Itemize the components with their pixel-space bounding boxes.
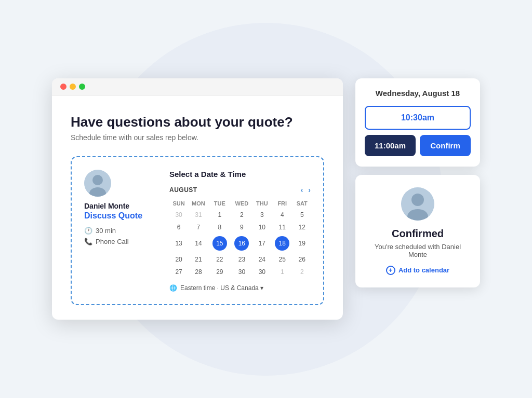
calendar-week-3: 13 14 15 16 17 18 19 [169, 234, 311, 253]
page-subtitle: Schedule time with our sales rep below. [71, 133, 324, 142]
call-type-label: Phone Call [96, 238, 129, 245]
dow-thu: THU [253, 198, 271, 209]
day-25[interactable]: 25 [271, 253, 294, 266]
timezone-row[interactable]: 🌐 Eastern time · US & Canada ▾ [169, 284, 311, 292]
browser-content: Have questions about your quote? Schedul… [52, 95, 343, 320]
day-2-next[interactable]: 2 [294, 266, 311, 278]
add-calendar-button[interactable]: + Add to calendar [365, 266, 471, 275]
main-layout: Have questions about your quote? Schedul… [52, 78, 480, 320]
minimize-dot[interactable] [70, 84, 76, 90]
call-type-item: 📞 Phone Call [84, 238, 157, 245]
calendar-week-2: 6 7 8 9 10 11 12 [169, 221, 311, 234]
day-15-highlight[interactable]: 15 [212, 236, 227, 251]
confirmed-subtitle: You're scheduled with Daniel Monte [365, 243, 471, 258]
scheduling-card: Daniel Monte Discuss Quote 🕐 30 min 📞 Ph… [71, 156, 324, 305]
nav-arrows: ‹ › [301, 186, 311, 194]
dow-fri: FRI [271, 198, 294, 209]
rep-meeting-type: Discuss Quote [84, 211, 157, 221]
calendar-week-5: 27 28 29 30 30 1 2 [169, 266, 311, 278]
dow-sat: SAT [294, 198, 311, 209]
time-buttons: 11:00am Confirm [365, 135, 471, 156]
day-12[interactable]: 12 [294, 221, 311, 234]
browser-window: Have questions about your quote? Schedul… [52, 78, 343, 320]
day-6[interactable]: 6 [169, 221, 188, 234]
day-18-highlight[interactable]: 18 [275, 236, 289, 251]
day-27[interactable]: 27 [169, 266, 188, 278]
day-30c[interactable]: 30 [253, 266, 271, 278]
time-picker-card: Wednesday, August 18 10:30am 11:00am Con… [355, 78, 480, 167]
confirmed-avatar [401, 187, 434, 221]
plus-circle-icon: + [386, 266, 395, 275]
day-9[interactable]: 9 [231, 221, 253, 234]
day-16-highlight[interactable]: 16 [234, 236, 249, 251]
rep-avatar [84, 170, 111, 197]
day-29[interactable]: 29 [209, 266, 231, 278]
day-31-prev[interactable]: 31 [188, 209, 208, 221]
dow-mon: MON [188, 198, 208, 209]
confirm-button[interactable]: Confirm [420, 135, 471, 156]
day-13[interactable]: 13 [169, 234, 188, 253]
day-19[interactable]: 19 [294, 234, 311, 253]
rep-info: Daniel Monte Discuss Quote 🕐 30 min 📞 Ph… [84, 170, 157, 292]
svg-point-1 [92, 175, 103, 185]
day-20[interactable]: 20 [169, 253, 188, 266]
date-heading: Wednesday, August 18 [365, 89, 471, 98]
add-calendar-label: Add to calendar [398, 266, 449, 274]
dow-wed: WED [231, 198, 253, 209]
day-17[interactable]: 17 [253, 234, 271, 253]
time-1100-button[interactable]: 11:00am [365, 135, 416, 156]
day-15[interactable]: 15 [209, 234, 231, 253]
month-label: AUGUST [169, 186, 197, 194]
clock-icon: 🕐 [84, 227, 92, 235]
dow-tue: TUE [209, 198, 231, 209]
calendar-week-1: 30 31 1 2 3 4 5 [169, 209, 311, 221]
rep-name: Daniel Monte [84, 202, 157, 210]
calendar-header: AUGUST ‹ › [169, 186, 311, 194]
day-11[interactable]: 11 [271, 221, 294, 234]
globe-icon: 🌐 [169, 284, 177, 292]
day-26[interactable]: 26 [294, 253, 311, 266]
day-24[interactable]: 24 [253, 253, 271, 266]
day-21[interactable]: 21 [188, 253, 208, 266]
day-14[interactable]: 14 [188, 234, 208, 253]
day-30b[interactable]: 30 [231, 266, 253, 278]
calendar-header-row: SUN MON TUE WED THU FRI SAT [169, 198, 311, 209]
page-title: Have questions about your quote? [71, 114, 324, 130]
duration-item: 🕐 30 min [84, 227, 157, 235]
phone-icon: 📞 [84, 238, 92, 245]
day-23[interactable]: 23 [231, 253, 253, 266]
dow-sun: SUN [169, 198, 188, 209]
day-5[interactable]: 5 [294, 209, 311, 221]
day-16[interactable]: 16 [231, 234, 253, 253]
maximize-dot[interactable] [79, 84, 85, 90]
browser-toolbar [52, 78, 343, 95]
timezone-label: Eastern time · US & Canada ▾ [180, 284, 263, 292]
close-dot[interactable] [60, 84, 66, 90]
rep-meta: 🕐 30 min 📞 Phone Call [84, 227, 157, 245]
day-28[interactable]: 28 [188, 266, 208, 278]
duration-label: 30 min [96, 227, 116, 235]
day-30-prev[interactable]: 30 [169, 209, 188, 221]
right-cards: Wednesday, August 18 10:30am 11:00am Con… [355, 78, 480, 287]
day-4[interactable]: 4 [271, 209, 294, 221]
day-7[interactable]: 7 [188, 221, 208, 234]
confirmed-card: Confirmed You're scheduled with Daniel M… [355, 175, 480, 287]
calendar-section-title: Select a Date & Time [169, 170, 311, 179]
day-8[interactable]: 8 [209, 221, 231, 234]
calendar-week-4: 20 21 22 23 24 25 26 [169, 253, 311, 266]
next-month-arrow[interactable]: › [308, 186, 311, 194]
day-18[interactable]: 18 [271, 234, 294, 253]
day-3[interactable]: 3 [253, 209, 271, 221]
day-2[interactable]: 2 [231, 209, 253, 221]
day-22[interactable]: 22 [209, 253, 231, 266]
svg-point-4 [411, 194, 424, 206]
confirmed-title: Confirmed [365, 228, 471, 240]
day-1[interactable]: 1 [209, 209, 231, 221]
day-1-next[interactable]: 1 [271, 266, 294, 278]
prev-month-arrow[interactable]: ‹ [301, 186, 303, 194]
day-10[interactable]: 10 [253, 221, 271, 234]
time-option-1030[interactable]: 10:30am [365, 106, 471, 130]
calendar-section: Select a Date & Time AUGUST ‹ › SUN MON [169, 170, 311, 292]
calendar-grid: SUN MON TUE WED THU FRI SAT 30 [169, 198, 311, 278]
